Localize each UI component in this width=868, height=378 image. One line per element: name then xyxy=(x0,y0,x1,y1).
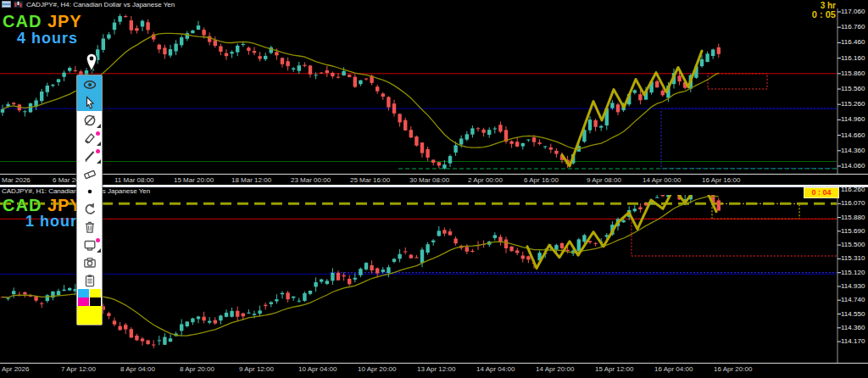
time-axis-label: 8 Apr 20:00 xyxy=(180,365,214,373)
h4-watermark-symbol: CAD JPY xyxy=(3,12,82,31)
select-tool[interactable] xyxy=(77,93,102,111)
pink-dot xyxy=(96,149,100,153)
price-axis-label: 115.880 xyxy=(841,214,865,221)
price-axis-label: 115.500 xyxy=(841,242,865,248)
time-axis-label: 23 Mar 00:00 xyxy=(291,176,331,184)
price-axis-label: 115.120 xyxy=(841,270,865,276)
h1-watermark-timeframe: 1 hour xyxy=(25,213,77,231)
h1-time-axis[interactable]: Apr 20267 Apr 12:008 Apr 04:008 Apr 20:0… xyxy=(0,363,868,378)
symbol-quote: JPY xyxy=(47,12,82,31)
delete-drawings-button[interactable] xyxy=(77,218,102,236)
time-axis-label: 14 Apr 20:00 xyxy=(536,365,574,373)
palette-color[interactable] xyxy=(90,297,101,306)
price-axis-label: 115.560 xyxy=(841,86,865,92)
price-axis-label: 115.310 xyxy=(841,255,865,262)
copy-clipboard-button[interactable] xyxy=(77,271,102,289)
time-axis-label: 30 Mar 08:00 xyxy=(409,176,449,184)
candle-countdown-timer: 3 hr 0 : 05 xyxy=(812,1,836,19)
h4-window-titlebar[interactable]: CADJPY#, H4: Canadian Dollar vs Japanese… xyxy=(0,0,868,8)
highlighter-icon xyxy=(82,131,97,146)
symbol-base: CAD xyxy=(3,196,42,214)
price-axis-label: 114.740 xyxy=(841,297,865,303)
symbol-base: CAD xyxy=(3,12,42,31)
price-axis-label: 116.070 xyxy=(841,200,865,207)
corner-flag xyxy=(97,248,101,253)
price-axis-label: 115.260 xyxy=(841,101,865,108)
time-axis-label: 15 Apr 12:00 xyxy=(595,365,633,373)
color-palette[interactable] xyxy=(77,289,102,306)
camera-icon xyxy=(82,255,97,270)
toggle-visibility-tool[interactable] xyxy=(77,75,102,93)
price-axis-label: 114.660 xyxy=(841,132,865,139)
pink-dot xyxy=(96,131,100,136)
clipboard-icon xyxy=(82,273,97,288)
eye-icon xyxy=(82,77,97,92)
time-axis-label: 16 Apr 16:00 xyxy=(702,176,740,184)
time-axis-label: 14 Apr 00:00 xyxy=(643,176,681,184)
undo-icon xyxy=(82,202,97,217)
time-axis-label: 18 Mar 12:00 xyxy=(231,176,271,184)
corner-flag xyxy=(97,142,101,146)
time-axis-label: Apr 2026 xyxy=(2,365,29,373)
time-axis-label: 25 Mar 16:00 xyxy=(350,176,390,184)
time-axis-label: 16 Apr 20:00 xyxy=(714,365,752,373)
time-axis-label: 9 Apr 12:00 xyxy=(239,365,274,373)
chart-list-icon xyxy=(2,1,11,8)
palette-color[interactable] xyxy=(78,289,89,297)
time-axis-label: 10 Apr 04:00 xyxy=(298,365,337,373)
draw-disabled-tool[interactable] xyxy=(77,111,102,129)
price-axis-label: 115.690 xyxy=(841,228,865,235)
pen-off-icon xyxy=(82,113,97,128)
price-axis-label: 114.930 xyxy=(841,283,865,290)
undo-button[interactable] xyxy=(77,200,102,218)
screen-capture-tool[interactable] xyxy=(77,236,102,253)
candlestick-chart-icon xyxy=(14,1,23,8)
time-axis-label: 6 Apr 16:00 xyxy=(524,176,559,184)
h4-watermark-timeframe: 4 hours xyxy=(17,30,78,47)
h1-countdown-badge: 0 : 04 xyxy=(804,187,839,198)
h1-window-titlebar[interactable]: CADJPY#, H1: Canadian Dollar vs Japanese… xyxy=(0,187,868,195)
dot-icon xyxy=(82,184,97,199)
pencil-tool[interactable] xyxy=(77,147,102,164)
price-axis-label: 115.860 xyxy=(841,70,865,77)
brush-size-indicator[interactable] xyxy=(77,182,102,200)
price-axis-label: 114.360 xyxy=(841,147,865,154)
timer-countdown: 0 : 05 xyxy=(812,10,836,19)
time-axis-label: 14 Apr 04:00 xyxy=(476,365,515,373)
h4-chart-title: CADJPY#, H4: Canadian Dollar vs Japanese… xyxy=(26,1,175,9)
highlighter-tool[interactable] xyxy=(77,129,102,147)
price-axis-label: 114.960 xyxy=(841,116,865,123)
price-axis-label: 114.170 xyxy=(841,338,865,345)
price-axis-label: 117.060 xyxy=(841,8,865,15)
time-axis-label: 16 Apr 04:00 xyxy=(654,365,693,373)
price-axis-label: 116.760 xyxy=(841,24,865,31)
camera-snapshot-button[interactable] xyxy=(77,253,102,271)
palette-color[interactable] xyxy=(78,297,89,306)
price-axis-label: 116.260 xyxy=(841,186,865,193)
trading-platform-window: CADJPY#, H4: Canadian Dollar vs Japanese… xyxy=(0,0,868,378)
current-color-swatch[interactable] xyxy=(77,306,102,325)
price-axis-label: 114.550 xyxy=(841,311,865,318)
time-axis-label: 11 Mar 08:00 xyxy=(114,176,154,184)
h4-time-axis[interactable]: Mar 20266 Mar 20:0011 Mar 08:0015 Mar 20… xyxy=(0,174,868,186)
corner-flag xyxy=(97,124,101,128)
time-axis-label: 13 Apr 12:00 xyxy=(417,365,455,373)
price-axis-label: 114.060 xyxy=(841,163,865,170)
time-axis-label: 2 Apr 00:00 xyxy=(468,176,503,184)
eraser-tool[interactable] xyxy=(77,164,102,182)
time-axis-label: 15 Mar 20:00 xyxy=(174,176,214,184)
time-axis-label: 8 Apr 04:00 xyxy=(120,365,155,373)
drawing-toolbar[interactable] xyxy=(76,75,103,325)
toolbar-drag-pin-icon[interactable] xyxy=(83,49,100,73)
pink-dot xyxy=(96,238,100,242)
palette-color[interactable] xyxy=(90,289,101,297)
corner-flag xyxy=(97,159,101,164)
time-axis-label: 7 Apr 12:00 xyxy=(61,365,96,373)
monitor-icon xyxy=(82,237,97,253)
trash-icon xyxy=(82,220,97,235)
price-axis-label: 116.460 xyxy=(841,39,865,46)
price-axis-label: 114.360 xyxy=(841,325,865,331)
eraser-icon xyxy=(82,166,97,181)
time-axis-label: 10 Apr 20:00 xyxy=(358,365,396,373)
time-axis-label: Mar 2026 xyxy=(2,176,31,184)
